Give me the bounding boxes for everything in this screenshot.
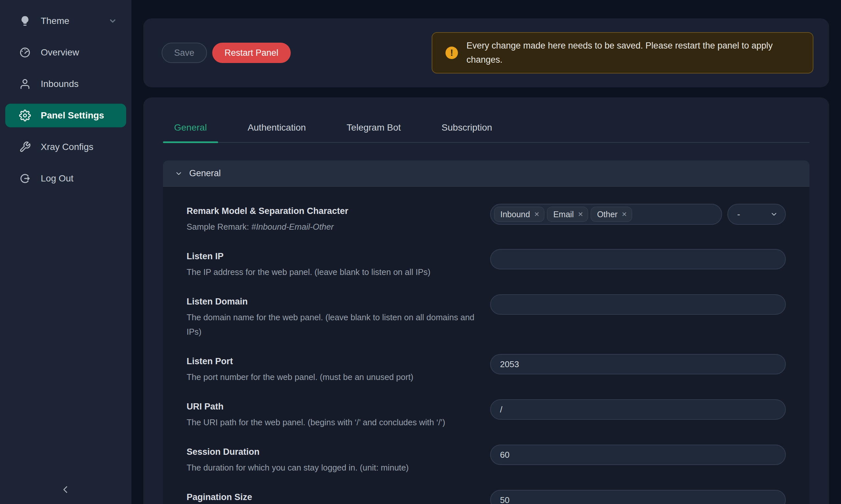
form-row-session-duration: Session Duration The duration for which … <box>187 445 786 475</box>
warning-text: Every change made here needs to be saved… <box>466 39 798 67</box>
session-duration-input[interactable] <box>490 445 786 465</box>
sidebar-item-label: Log Out <box>41 173 73 184</box>
general-collapse-body: Remark Model & Separation Character Samp… <box>163 187 809 504</box>
sidebar-item-label: Panel Settings <box>41 110 104 121</box>
field-label: Remark Model & Separation Character <box>187 204 479 218</box>
field-label: Listen Domain <box>187 294 479 309</box>
separator-select[interactable]: - <box>727 204 786 225</box>
sidebar-item-log-out[interactable]: Log Out <box>5 167 126 190</box>
chevron-down-icon <box>770 210 778 218</box>
chevron-left-icon <box>61 485 71 494</box>
form-row-uri-path: URI Path The URI path for the web panel.… <box>187 399 786 430</box>
remark-tag: Inbound ✕ <box>494 207 544 222</box>
general-collapse-header[interactable]: General <box>163 160 809 187</box>
general-collapse-panel: General Remark Model & Separation Charac… <box>163 160 809 504</box>
form-row-listen-ip: Listen IP The IP address for the web pan… <box>187 249 786 279</box>
settings-card: General Authentication Telegram Bot Subs… <box>143 97 829 504</box>
main-content: Save Restart Panel ! Every change made h… <box>132 0 841 504</box>
field-label: Session Duration <box>187 445 479 459</box>
field-description: The duration for which you can stay logg… <box>187 461 479 475</box>
pagination-size-input[interactable] <box>490 490 786 504</box>
settings-tabs: General Authentication Telegram Bot Subs… <box>163 97 809 143</box>
field-label: URI Path <box>187 399 479 414</box>
save-button[interactable]: Save <box>161 43 207 63</box>
sidebar-item-theme[interactable]: Theme <box>5 9 126 33</box>
tag-close-icon[interactable]: ✕ <box>534 211 539 218</box>
gear-icon <box>19 110 31 121</box>
tab-subscription[interactable]: Subscription <box>430 121 503 142</box>
field-description: Sample Remark: #Inbound-Email-Other <box>187 219 479 234</box>
logout-icon <box>19 173 31 184</box>
toolbar-buttons: Save Restart Panel <box>161 43 291 63</box>
field-label: Listen Port <box>187 354 479 368</box>
toolbar-card: Save Restart Panel ! Every change made h… <box>143 18 829 87</box>
chevron-down-icon <box>108 17 117 25</box>
sidebar-item-panel-settings[interactable]: Panel Settings <box>5 104 126 127</box>
lightbulb-icon <box>19 15 31 27</box>
tab-authentication[interactable]: Authentication <box>237 121 317 142</box>
sidebar-collapse-button[interactable] <box>58 482 73 498</box>
form-row-pagination-size: Pagination Size <box>187 490 786 504</box>
sidebar-item-label: Xray Configs <box>41 142 93 152</box>
warning-icon: ! <box>445 47 458 59</box>
sidebar-item-overview[interactable]: Overview <box>5 41 126 64</box>
tab-general[interactable]: General <box>163 121 218 142</box>
tag-close-icon[interactable]: ✕ <box>621 211 627 218</box>
section-title: General <box>189 168 221 179</box>
field-description: The URI path for the web panel. (begins … <box>187 415 479 430</box>
sidebar-item-inbounds[interactable]: Inbounds <box>5 72 126 96</box>
sidebar-item-label: Overview <box>41 47 79 58</box>
app-root: Theme Overview Inbounds <box>0 0 841 504</box>
sidebar-item-xray-configs[interactable]: Xray Configs <box>5 135 126 159</box>
form-row-listen-port: Listen Port The port number for the web … <box>187 354 786 384</box>
user-icon <box>19 78 31 90</box>
wrench-icon <box>19 141 31 153</box>
restart-warning-alert: ! Every change made here needs to be sav… <box>432 32 813 73</box>
tab-telegram-bot[interactable]: Telegram Bot <box>336 121 412 142</box>
separator-value: - <box>737 209 740 219</box>
field-description: The IP address for the web panel. (leave… <box>187 265 479 279</box>
restart-panel-button[interactable]: Restart Panel <box>212 43 291 63</box>
field-description: The domain name for the web panel. (leav… <box>187 310 479 339</box>
chevron-down-icon <box>175 169 183 178</box>
listen-port-input[interactable] <box>490 354 786 374</box>
remark-tag: Email ✕ <box>547 207 588 222</box>
tag-close-icon[interactable]: ✕ <box>578 211 583 218</box>
form-row-remark-model: Remark Model & Separation Character Samp… <box>187 204 786 234</box>
remark-model-multiselect[interactable]: Inbound ✕ Email ✕ Other ✕ <box>490 204 722 225</box>
field-label: Listen IP <box>187 249 479 264</box>
remark-tag: Other ✕ <box>591 207 632 222</box>
sample-remark-value: #Inbound-Email-Other <box>251 222 334 231</box>
sidebar-item-label: Theme <box>41 16 69 26</box>
uri-path-input[interactable] <box>490 399 786 420</box>
listen-domain-input[interactable] <box>490 294 786 315</box>
field-description: The port number for the web panel. (must… <box>187 370 479 384</box>
sidebar-item-label: Inbounds <box>41 79 79 89</box>
form-row-listen-domain: Listen Domain The domain name for the we… <box>187 294 786 339</box>
field-label: Pagination Size <box>187 490 479 504</box>
listen-ip-input[interactable] <box>490 249 786 269</box>
gauge-icon <box>19 47 31 58</box>
sidebar: Theme Overview Inbounds <box>0 0 132 504</box>
